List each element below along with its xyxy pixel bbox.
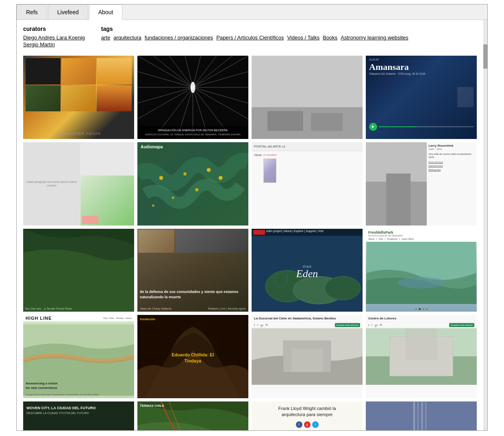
- aerial-svg: [23, 229, 134, 312]
- curator-link-1[interactable]: Diego Andrés Lara Koenig: [23, 35, 85, 41]
- svg-point-43: [398, 277, 445, 288]
- content-area: curators Diego Andrés Lara Koenig Sergio…: [17, 20, 483, 430]
- amansara-content: ALBUM Amansara Otávares De Sotanto · 5:5…: [369, 58, 474, 75]
- svg-point-34: [152, 204, 154, 207]
- grid-item-12[interactable]: FreshkillsPark An NYCA park for all SEEK…: [366, 229, 477, 312]
- freshkills-image: [366, 242, 477, 304]
- portal-header: PORTAL del ARTE v1: [252, 142, 363, 151]
- sucursal-title: La Sucursal del Cielo en Sadamérica, Sol…: [252, 315, 363, 322]
- thumbnail-grid: constructed nature: [23, 56, 477, 430]
- landscape-svg: [252, 56, 363, 139]
- scrollbar-thumb[interactable]: [483, 44, 487, 69]
- grid-item-19[interactable]: Frank Lloyd Wright cambió laarquitectura…: [252, 401, 363, 430]
- tag-fundaciones[interactable]: fundaciones / organizaciones: [145, 35, 213, 41]
- grid-item-5[interactable]: small paragraph text lorem ipsum article…: [23, 142, 134, 226]
- chillida-title: Eduardo Chillida: ElTindaya: [172, 351, 214, 364]
- defense-footer: Video de Charly Gallardo Related | Live …: [140, 307, 246, 310]
- svg-rect-25: [267, 111, 303, 131]
- svg-rect-41: [253, 230, 265, 234]
- portal-content: Obras no actualiza: [252, 151, 363, 185]
- audiomapa-label: Audiomapa: [141, 145, 163, 149]
- thumb-label-1: constructed nature: [23, 131, 134, 136]
- tag-arquitectura[interactable]: arquitectura: [113, 35, 141, 41]
- sucursal-image: [252, 328, 363, 385]
- highline-nav: HIGH LINE VisitPlanDonateAbout: [23, 315, 134, 322]
- defense-top: [137, 229, 248, 254]
- freshkills-svg: [366, 242, 477, 304]
- grid-item-6[interactable]: Audiomapa: [137, 142, 248, 226]
- svg-point-22: [191, 82, 196, 93]
- scrollbar-track[interactable]: [483, 20, 487, 430]
- tab-bar: Refs Livefeed About: [17, 4, 487, 20]
- grid-item-17[interactable]: WOVEN CITY, LA CIUDAD DEL FUTURO DESCUBR…: [23, 401, 134, 430]
- grid-item-3[interactable]: [252, 56, 363, 139]
- grid-item-1[interactable]: constructed nature: [23, 56, 134, 139]
- tag-arte[interactable]: arte: [101, 35, 110, 41]
- sucursal-social: f ✓ g+ ✉ Guardo este artículo: [252, 322, 363, 328]
- grid-item-15[interactable]: La Sucursal del Cielo en Sadamérica, Sol…: [252, 315, 363, 398]
- grid-item-9[interactable]: You Can see... a Terrain Forest Parks: [23, 229, 134, 312]
- grid-item-2[interactable]: IRRADIACIÓN DE ENERGÍA POR MILTON BECERR…: [137, 56, 248, 139]
- rosenfeld-text: Larry Rosenfeld 1945 – 2010 Una milla de…: [427, 142, 477, 226]
- curators-title: curators: [23, 26, 85, 32]
- audiomapa-svg: [137, 142, 248, 226]
- eden-title: Visit Eden: [296, 264, 318, 279]
- amansara-controls: ▶: [369, 123, 474, 131]
- svg-rect-67: [417, 401, 419, 430]
- svg-point-31: [172, 196, 174, 199]
- svg-rect-68: [421, 401, 423, 430]
- freshkills-dots: [366, 308, 477, 310]
- svg-point-30: [207, 168, 211, 172]
- grid-item-16[interactable]: Centro de Lotores f ✓ g+ ✉ Guarda este a…: [366, 315, 477, 398]
- svg-rect-66: [413, 401, 415, 430]
- thumb-label-2: IRRADIACIÓN DE ENERGÍA POR MILTON BECERR…: [137, 126, 248, 139]
- grid-item-18[interactable]: TERMAS CHILE: [137, 401, 248, 430]
- svg-point-28: [159, 176, 163, 180]
- svg-point-29: [183, 172, 187, 176]
- album-art: [457, 87, 474, 107]
- svg-rect-52: [406, 329, 437, 360]
- grid-item-10[interactable]: de la defensa de sus comunidades y sient…: [137, 229, 248, 312]
- tab-about[interactable]: About: [89, 4, 123, 20]
- svg-rect-69: [425, 401, 426, 430]
- svg-rect-48: [291, 349, 323, 373]
- tag-astronomy[interactable]: Astronomy learning websites: [341, 35, 408, 41]
- defense-label: de la defensa de sus comunidades y sient…: [140, 289, 246, 299]
- app-window: Refs Livefeed About curators Diego André…: [16, 4, 488, 431]
- tag-papers[interactable]: Papers / Artículos Científicos: [216, 35, 284, 41]
- grid-item-4[interactable]: ALBUM Amansara Otávares De Sotanto · 5:5…: [366, 56, 477, 139]
- tags-title: tags: [101, 26, 408, 32]
- curators-section: curators Diego Andrés Lara Koenig Sergio…: [23, 26, 85, 48]
- svg-rect-27: [137, 142, 248, 226]
- highline-sub: A proposal to reconnect construction com…: [26, 393, 99, 396]
- grid-item-14[interactable]: fundación Eduardo Chillida: ElTindaya: [137, 315, 248, 398]
- last-svg: [366, 401, 477, 430]
- tag-videos[interactable]: Videos / Talks: [287, 35, 319, 41]
- grid-item-8[interactable]: Larry Rosenfeld 1945 – 2010 Una milla de…: [366, 142, 477, 226]
- centro-social: f ✓ g+ ✉ Guarda este artículo: [366, 322, 477, 328]
- svg-point-32: [195, 188, 198, 191]
- grid-item-7[interactable]: PORTAL del ARTE v1 Obras no actualiza: [252, 142, 363, 226]
- grid-item-20[interactable]: [366, 401, 477, 430]
- tags-area: arte arquitectura fundaciones / organiza…: [101, 35, 408, 41]
- tab-refs[interactable]: Refs: [17, 4, 47, 20]
- grid-item-13[interactable]: HIGH LINE VisitPlanDonateAbout: [23, 315, 134, 398]
- freshkills-header: FreshkillsPark An NYCA park for all SEEK…: [366, 229, 477, 242]
- eden-nav: eden project | About | Explore | Support…: [266, 230, 324, 232]
- curator-link-2[interactable]: Sergio Martín: [23, 41, 85, 48]
- frank-lloyd-content: Frank Lloyd Wright cambió laarquitectura…: [252, 401, 363, 430]
- tags-section: tags arte arquitectura fundaciones / org…: [101, 26, 408, 48]
- centro-title: Centro de Lotores: [366, 315, 477, 322]
- centro-svg: [366, 328, 477, 385]
- aerial-label: You Can see... a Terrain Forest Parks: [25, 307, 133, 310]
- chillida-source: fundación: [140, 317, 155, 321]
- meta-row: curators Diego Andrés Lara Koenig Sergio…: [23, 26, 477, 48]
- woven-label: WOVEN CITY, LA CIUDAD DEL FUTURO DESCUBR…: [26, 406, 131, 414]
- grid-item-11[interactable]: eden project | About | Explore | Support…: [252, 229, 363, 312]
- tab-livefeed[interactable]: Livefeed: [48, 4, 88, 20]
- svg-point-33: [219, 176, 223, 180]
- centro-image: [366, 328, 477, 385]
- wrapped-content: small paragraph text lorem ipsum article…: [23, 142, 134, 226]
- highline-label: Announcing a visionfor new connections: [26, 382, 58, 390]
- tag-books[interactable]: Books: [323, 35, 337, 41]
